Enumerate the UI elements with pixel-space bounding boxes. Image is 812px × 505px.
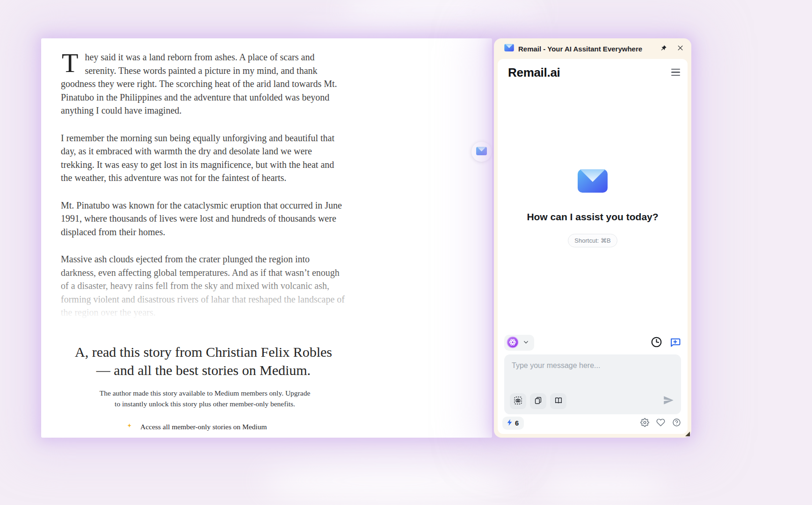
medium-article-card: They said it was a land reborn from ashe…	[41, 38, 492, 438]
paywall-heading: A, read this story from Christian Felix …	[71, 343, 336, 379]
history-clock-icon	[651, 336, 662, 349]
chevron-down-icon	[523, 339, 529, 346]
sparkle-icon	[126, 420, 132, 434]
chat-card: Remail.ai How can I assist you today? Sh…	[498, 59, 688, 434]
article-paragraph: Mt. Pinatubo was known for the cataclysm…	[61, 199, 346, 239]
article-body: They said it was a land reborn from ashe…	[41, 38, 346, 438]
remail-launcher-button[interactable]	[471, 142, 492, 162]
open-book-icon	[554, 396, 563, 406]
paragraph-text: hey said it was a land reborn from ashes…	[61, 52, 337, 115]
menu-button[interactable]	[671, 69, 680, 76]
new-chat-button[interactable]	[669, 336, 681, 349]
screenshot-button[interactable]	[510, 393, 526, 409]
model-selector[interactable]	[504, 335, 534, 351]
message-input[interactable]	[504, 354, 681, 385]
composer-controls	[504, 335, 681, 351]
pin-icon	[660, 44, 667, 53]
copy-button[interactable]	[530, 393, 546, 409]
favorites-button[interactable]	[656, 418, 665, 428]
composer-tools	[510, 393, 566, 409]
new-chat-icon	[669, 336, 681, 349]
brand-title: Remail.ai	[508, 65, 560, 80]
close-icon	[677, 44, 684, 53]
envelope-logo-icon	[578, 186, 608, 194]
shortcut-badge: Shortcut: ⌘B	[568, 234, 617, 247]
membership-benefits: Access all member-only stories on Medium…	[126, 420, 346, 438]
gear-icon	[640, 418, 649, 428]
drop-cap: T	[61, 50, 85, 73]
envelope-logo-icon	[476, 147, 487, 157]
openai-logo-icon	[507, 336, 519, 350]
remail-panel: Remail - Your AI Assitant Everywhere Rem…	[494, 38, 691, 438]
credits-count: 6	[515, 419, 519, 427]
close-button[interactable]	[677, 44, 684, 53]
heart-icon	[656, 418, 665, 428]
help-icon	[672, 418, 681, 428]
envelope-logo-icon	[504, 44, 514, 53]
screenshot-icon	[514, 396, 522, 406]
paywall-subtext: The author made this story available to …	[98, 388, 312, 409]
article-paragraph: I remember the morning sun being equally…	[61, 131, 346, 185]
hamburger-menu-icon	[671, 69, 680, 76]
bolt-icon	[507, 419, 513, 427]
credits-badge[interactable]: 6	[502, 417, 524, 430]
background-smudge	[538, 469, 669, 501]
paywall-fade-overlay	[56, 250, 351, 324]
panel-drag-header[interactable]: Remail - Your AI Assitant Everywhere	[494, 38, 691, 59]
pin-button[interactable]	[660, 44, 667, 53]
send-button[interactable]	[662, 394, 674, 408]
send-icon	[662, 394, 674, 408]
panel-footer: 6	[502, 415, 681, 431]
copy-icon	[534, 396, 543, 406]
reading-button[interactable]	[550, 393, 566, 409]
message-composer	[504, 354, 681, 414]
history-button[interactable]	[651, 336, 662, 349]
benefit-label: Access all member-only stories on Medium	[140, 420, 267, 434]
settings-button[interactable]	[640, 418, 649, 428]
empty-state: How can I assist you today? Shortcut: ⌘B	[498, 169, 688, 247]
panel-title: Remail - Your AI Assitant Everywhere	[518, 45, 642, 53]
resize-handle[interactable]	[685, 432, 690, 436]
greeting-text: How can I assist you today?	[498, 211, 688, 223]
desktop-background: They said it was a land reborn from ashe…	[0, 0, 812, 505]
faded-paragraph-wrap: Massive ash clouds ejected from the crat…	[61, 252, 346, 319]
help-button[interactable]	[672, 418, 681, 428]
benefit-item: Access all member-only stories on Medium	[126, 420, 346, 434]
article-paragraph: They said it was a land reborn from ashe…	[61, 50, 346, 117]
background-smudge	[262, 458, 515, 503]
